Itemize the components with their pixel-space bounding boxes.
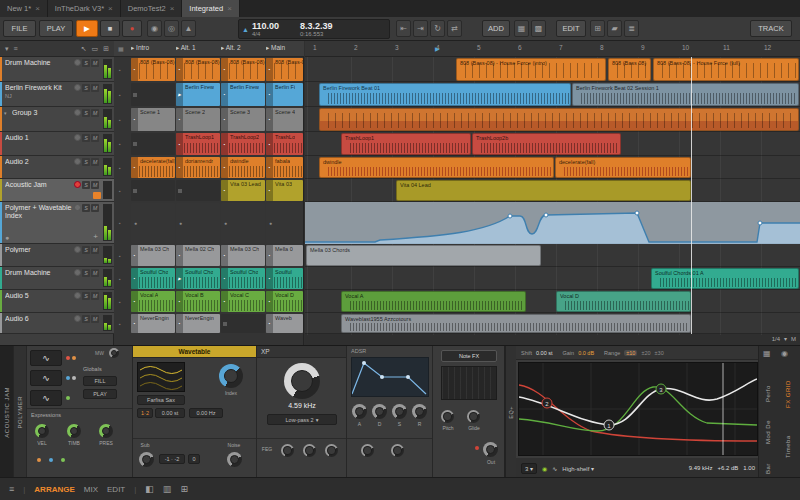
clip-slot[interactable]: ▪Vocal B <box>176 291 220 312</box>
solo-button[interactable]: S <box>82 109 90 117</box>
stop-clip-button[interactable]: ▪ <box>119 321 121 327</box>
empty-clip-slot[interactable] <box>131 180 175 201</box>
empty-clip-slot[interactable]: ● <box>176 203 220 243</box>
clip-slot[interactable]: ▪NeverEngin <box>131 314 175 333</box>
cursor-tool-icon[interactable]: ↖ <box>81 45 87 53</box>
arranger-clip[interactable]: Vocal D <box>556 291 691 312</box>
band-q-value[interactable]: 1.00 <box>743 465 755 471</box>
band-frequency-value[interactable]: 9.49 kHz <box>689 465 713 471</box>
oscillator-1-waveform-icon[interactable]: ∿ <box>30 350 62 366</box>
clip-launch-icon[interactable]: ▪ <box>176 108 183 131</box>
clip-play-icon[interactable]: ▶ <box>176 268 183 289</box>
empty-clip-slot[interactable] <box>176 180 220 201</box>
track-row[interactable]: Audio 1 SM <box>0 132 114 156</box>
eq-device-strip[interactable]: EQ+ <box>506 346 516 478</box>
clip-slot[interactable]: ▪Soulful Cho <box>131 268 175 289</box>
mod-destination-tab[interactable]: Mod De <box>765 408 771 444</box>
grid-icon[interactable]: ⊞ <box>103 45 109 53</box>
timbre-knob[interactable] <box>67 424 81 438</box>
stop-clip-button[interactable]: ▪ <box>119 276 121 282</box>
fx-grid-tab[interactable]: FX GRID <box>785 366 791 408</box>
clip-stop-dot-icon[interactable]: ● <box>179 220 182 226</box>
solo-button[interactable]: S <box>82 59 90 67</box>
clip-launch-icon[interactable]: ▪ <box>266 108 273 131</box>
oscillator-2-waveform-icon[interactable]: ∿ <box>30 370 62 386</box>
empty-clip-slot[interactable]: ● <box>266 203 303 243</box>
clip-launch-icon[interactable]: ▪ <box>221 291 228 312</box>
clip-slot[interactable]: ▪Vocal D <box>266 291 303 312</box>
track-name[interactable]: Audio 1 <box>5 134 71 141</box>
band-type-dropdown[interactable]: High-shelf ▾ <box>562 465 594 472</box>
scene-header[interactable]: ▸ Main <box>266 44 303 52</box>
tab-demotest2[interactable]: DemoTest2× <box>121 0 183 17</box>
mute-button[interactable]: M <box>91 204 99 212</box>
empty-clip-slot[interactable]: ● <box>221 203 265 243</box>
clip-slot[interactable]: ▪Scene 3 <box>221 108 265 131</box>
solo-button[interactable]: S <box>82 292 90 300</box>
clip-slot[interactable]: ▪Soulful <box>266 268 303 289</box>
arranger-clip[interactable]: 808 (Bass-08) - House Force (intro) <box>456 58 606 81</box>
clip-slot[interactable]: ▪TrashLoop2 <box>221 133 265 155</box>
clip-stop-dot-icon[interactable]: ● <box>269 220 272 226</box>
gain-value[interactable]: 0.0 dB <box>578 350 594 356</box>
stop-clip-button[interactable]: ▪ <box>119 92 121 98</box>
mod-matrix-display[interactable] <box>441 366 497 400</box>
glide-knob[interactable] <box>467 410 480 423</box>
stop-clip-button[interactable]: ▪ <box>119 141 121 147</box>
sub-level-knob[interactable] <box>139 452 154 467</box>
clip-slot[interactable]: ▪Soulful Cho <box>221 268 265 289</box>
mute-button[interactable]: M <box>91 84 99 92</box>
note-fx-button[interactable]: Note FX <box>441 350 497 362</box>
solo-button[interactable]: S <box>82 84 90 92</box>
scene-header[interactable]: ▸ Alt. 2 <box>221 44 265 52</box>
clip-slot[interactable]: ▪808 (Bass-08) <box>176 58 220 81</box>
snap-settings[interactable]: 1/4 ▾ M <box>772 335 796 342</box>
lfo-rate-chip[interactable]: 0.00 Hz <box>189 408 223 418</box>
arranger-clip[interactable]: Waveblast1955 Azzcotours <box>341 314 691 333</box>
clip-launch-icon[interactable]: ▪ <box>131 245 138 266</box>
velocity-knob[interactable] <box>35 424 49 438</box>
eq-curve-display[interactable]: 1 2 3 <box>518 362 758 456</box>
arranger-clip[interactable]: TrashLoop2b <box>472 133 621 155</box>
arranger-clip[interactable]: decelerate(fall) <box>555 157 691 178</box>
decay-knob[interactable] <box>372 404 387 419</box>
record-arm-button[interactable] <box>74 315 81 322</box>
clip-slot[interactable]: ▪NeverEngin <box>176 314 220 333</box>
automation-lane-dot-icon[interactable]: ● <box>5 234 9 241</box>
arranger-clip[interactable]: Soulful Chords 01 A <box>651 268 799 289</box>
stop-clip-button[interactable]: ▪ <box>119 253 121 259</box>
wavetable-header[interactable]: Wavetable <box>133 346 256 358</box>
snap-mode[interactable]: M <box>791 336 796 342</box>
clip-slot[interactable]: ▪808 (Bass-08) <box>266 58 303 81</box>
close-tab-icon[interactable]: × <box>170 4 175 13</box>
snap-value[interactable]: 1/4 <box>772 336 780 342</box>
clip-slot[interactable]: ▪Vocal A <box>131 291 175 312</box>
clip-launch-icon[interactable]: ▪ <box>266 180 273 201</box>
band-gain-value[interactable]: +6.2 dB <box>717 465 738 471</box>
noise-level-knob[interactable] <box>227 452 242 467</box>
band-shape-icon[interactable]: ∿ <box>552 465 557 472</box>
arrange-view-button[interactable]: ARRANGE <box>34 485 74 494</box>
device-track-strip[interactable]: ACOUSTIC JAM <box>0 346 13 478</box>
group-expander-icon[interactable]: ▾ <box>4 110 7 116</box>
scene-header[interactable]: ▸ Intro <box>131 44 175 52</box>
wavetable-preset[interactable]: Farfisa Sax <box>137 395 185 405</box>
mute-button[interactable]: M <box>91 292 99 300</box>
track-row[interactable]: Audio 5 SM <box>0 290 114 313</box>
mute-button[interactable]: M <box>91 269 99 277</box>
pressure-knob[interactable] <box>99 424 113 438</box>
range-30-button[interactable]: ±30 <box>655 350 664 356</box>
filter-env-amount-knob[interactable] <box>281 444 294 457</box>
clip-launch-icon[interactable]: ▪ <box>221 268 228 289</box>
arranger-clip[interactable]: Berlin Firework Beat 02 Session 1 <box>572 83 799 106</box>
stop-clip-button[interactable]: ▪ <box>119 188 121 194</box>
oscillator-3-waveform-icon[interactable]: ∿ <box>30 390 62 406</box>
track-row-selected[interactable]: Polymer + Wavetable Index SM ● + × <box>0 202 114 244</box>
record-arm-button[interactable] <box>74 134 81 141</box>
clip-launch-icon[interactable]: ▪ <box>176 291 183 312</box>
arranger-group-clip[interactable] <box>319 108 799 131</box>
solo-button[interactable]: S <box>82 181 90 189</box>
filter-drive-knob[interactable] <box>325 444 338 457</box>
clip-launch-icon[interactable]: ▪ <box>221 180 228 201</box>
track-name[interactable]: Drum Machine <box>5 269 71 276</box>
